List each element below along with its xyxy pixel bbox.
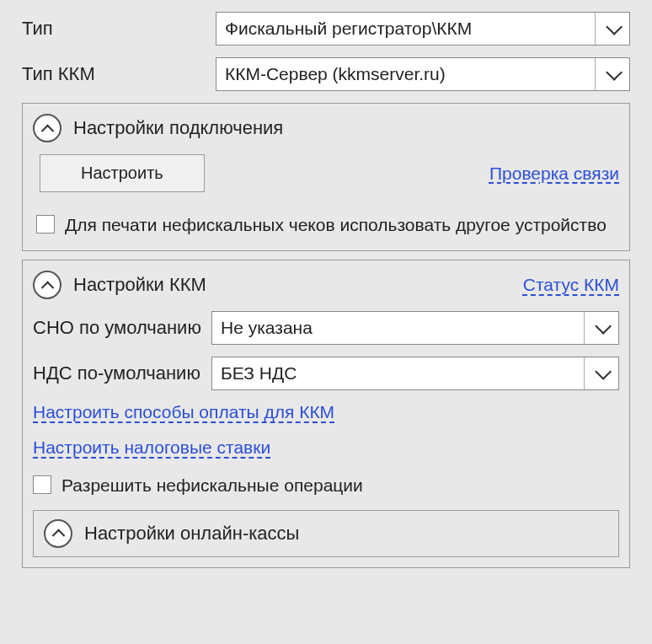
configure-button[interactable]: Настроить	[40, 154, 205, 192]
payment-methods-link[interactable]: Настроить способы оплаты для ККМ	[33, 402, 334, 421]
nds-select[interactable]: БЕЗ НДС	[211, 357, 619, 390]
type-select[interactable]: Фискальный регистратор\ККМ	[216, 12, 630, 46]
nonfiscal-device-checkbox[interactable]	[36, 215, 55, 233]
kkm-type-label: Тип ККМ	[22, 63, 216, 85]
kkm-type-select[interactable]: ККМ-Сервер (kkmserver.ru)	[216, 57, 630, 91]
nds-label: НДС по-умолчанию	[33, 362, 211, 384]
connection-title: Настройки подключения	[73, 117, 619, 139]
allow-nonfiscal-checkbox[interactable]	[33, 475, 51, 494]
sno-label: СНО по умолчанию	[33, 317, 211, 339]
nonfiscal-device-label: Для печати нефискальных чеков использова…	[65, 212, 607, 237]
chevron-up-icon	[51, 529, 65, 543]
collapse-button[interactable]	[33, 114, 61, 142]
online-cash-panel: Настройки онлайн-кассы	[33, 510, 619, 557]
check-connection-link[interactable]: Проверка связи	[489, 164, 619, 184]
collapse-button[interactable]	[33, 271, 61, 299]
chevron-down-icon[interactable]	[596, 13, 629, 45]
allow-nonfiscal-label: Разрешить нефискальные операции	[61, 473, 363, 497]
chevron-up-icon	[40, 281, 54, 294]
chevron-down-icon[interactable]	[596, 58, 629, 90]
chevron-up-icon	[40, 124, 54, 137]
connection-panel: Настройки подключения Настроить Проверка…	[22, 103, 630, 251]
kkm-type-value: ККМ-Сервер (kkmserver.ru)	[216, 58, 596, 90]
type-value: Фискальный регистратор\ККМ	[216, 13, 596, 45]
kkm-panel: Настройки ККМ Статус ККМ СНО по умолчани…	[22, 260, 630, 567]
collapse-button[interactable]	[44, 519, 72, 548]
chevron-down-icon[interactable]	[585, 312, 618, 344]
tax-rates-link[interactable]: Настроить налоговые ставки	[33, 437, 270, 457]
sno-select[interactable]: Не указана	[211, 311, 619, 345]
online-cash-title: Настройки онлайн-кассы	[84, 523, 608, 545]
kkm-title: Настройки ККМ	[73, 274, 523, 296]
kkm-status-link[interactable]: Статус ККМ	[523, 275, 619, 295]
sno-value: Не указана	[212, 312, 585, 344]
type-label: Тип	[22, 18, 216, 40]
chevron-down-icon[interactable]	[585, 357, 618, 389]
nds-value: БЕЗ НДС	[212, 357, 585, 389]
